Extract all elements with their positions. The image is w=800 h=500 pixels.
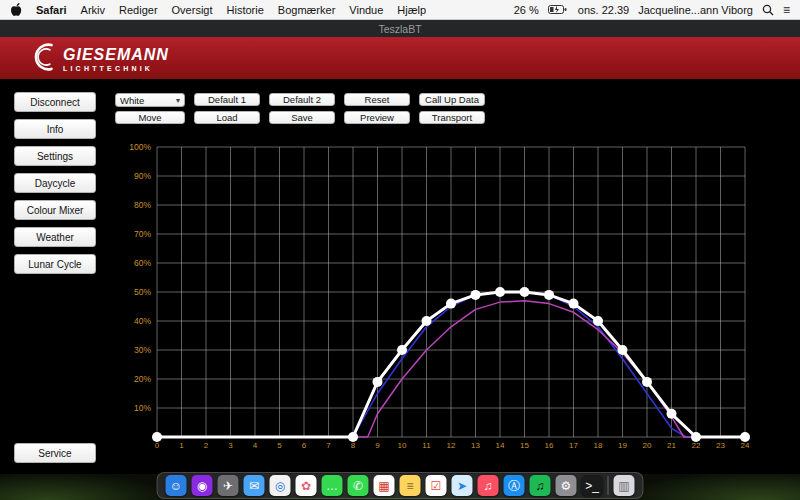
x-axis-label: 6 bbox=[302, 441, 307, 450]
menu-rediger[interactable]: Rediger bbox=[119, 4, 158, 16]
menu-historie[interactable]: Historie bbox=[227, 4, 264, 16]
menu-left: SafariArkivRedigerOversigtHistorieBogmær… bbox=[10, 3, 426, 17]
chart-marker[interactable] bbox=[740, 432, 750, 442]
dock-icon-system-preferences-icon[interactable]: ⚙ bbox=[556, 475, 577, 496]
y-axis-label: 50% bbox=[134, 287, 151, 297]
x-axis-label: 16 bbox=[545, 441, 554, 450]
y-axis-label: 40% bbox=[134, 316, 151, 326]
dock-icon-safari-icon[interactable]: ◎ bbox=[270, 475, 291, 496]
dock-icon-siri-icon[interactable]: ◉ bbox=[192, 475, 213, 496]
clock-label[interactable]: ons. 22.39 bbox=[578, 4, 629, 16]
chart-marker[interactable] bbox=[348, 432, 358, 442]
x-axis-label: 11 bbox=[422, 441, 431, 450]
dock-icon-app-store-icon[interactable]: Ⓐ bbox=[504, 475, 525, 496]
menu-arkiv[interactable]: Arkiv bbox=[81, 4, 105, 16]
x-axis-label: 5 bbox=[277, 441, 282, 450]
y-axis-label: 60% bbox=[134, 258, 151, 268]
dock: ☺◉✈✉◎✿…✆▦≡☑➤♫Ⓐ♫⚙>_▥ bbox=[157, 472, 644, 499]
notification-center-icon[interactable]: ≡ bbox=[783, 3, 790, 17]
dock-icon-finder-icon[interactable]: ☺ bbox=[166, 475, 187, 496]
apple-menu-icon[interactable] bbox=[10, 3, 22, 17]
y-axis-label: 30% bbox=[134, 345, 151, 355]
dock-icon-terminal-icon[interactable]: >_ bbox=[582, 475, 603, 496]
battery-percent-label: 26 % bbox=[514, 4, 539, 16]
dock-icon-spotify-icon[interactable]: ♫ bbox=[530, 475, 551, 496]
dock-icon-launchpad-icon[interactable]: ✈ bbox=[218, 475, 239, 496]
chart-marker[interactable] bbox=[691, 432, 701, 442]
x-axis-label: 20 bbox=[643, 441, 652, 450]
menu-items: SafariArkivRedigerOversigtHistorieBogmær… bbox=[36, 4, 426, 16]
spotlight-search-icon[interactable] bbox=[762, 4, 774, 16]
chart-marker[interactable] bbox=[495, 287, 505, 297]
menu-safari[interactable]: Safari bbox=[36, 4, 67, 16]
chart-marker[interactable] bbox=[569, 299, 579, 309]
menu-hj-lp[interactable]: Hjælp bbox=[397, 4, 426, 16]
x-axis-label: 14 bbox=[496, 441, 505, 450]
chart-marker[interactable] bbox=[520, 287, 530, 297]
daycycle-chart[interactable]: 10%20%30%40%50%60%70%80%90%100%012345678… bbox=[0, 0, 800, 500]
chart-marker[interactable] bbox=[397, 345, 407, 355]
dock-icon-music-icon[interactable]: ♫ bbox=[478, 475, 499, 496]
user-menu-label[interactable]: Jacqueline...ann Viborg bbox=[638, 4, 753, 16]
x-axis-label: 8 bbox=[351, 441, 356, 450]
y-axis-label: 80% bbox=[134, 200, 151, 210]
menu-bar: SafariArkivRedigerOversigtHistorieBogmær… bbox=[0, 0, 800, 20]
x-axis-label: 7 bbox=[326, 441, 331, 450]
x-axis-label: 23 bbox=[716, 441, 725, 450]
menu-bogm-rker[interactable]: Bogmærker bbox=[278, 4, 335, 16]
menu-vindue[interactable]: Vindue bbox=[349, 4, 383, 16]
window-title-bar[interactable]: TeszlaBT bbox=[0, 20, 800, 37]
dock-icon-mail-icon[interactable]: ✉ bbox=[244, 475, 265, 496]
dock-icon-calendar-icon[interactable]: ▦ bbox=[374, 475, 395, 496]
menu-status: 26 % ons. 22.39 Jacqueline...ann Viborg … bbox=[514, 3, 790, 17]
dock-icon-facetime-icon[interactable]: ✆ bbox=[348, 475, 369, 496]
chart-marker[interactable] bbox=[618, 345, 628, 355]
y-axis-label: 90% bbox=[134, 171, 151, 181]
x-axis-label: 18 bbox=[594, 441, 603, 450]
y-axis-label: 70% bbox=[134, 229, 151, 239]
dock-icon-reminders-icon[interactable]: ☑ bbox=[426, 475, 447, 496]
x-axis-label: 24 bbox=[741, 441, 750, 450]
chart-marker[interactable] bbox=[446, 299, 456, 309]
y-axis-label: 20% bbox=[134, 374, 151, 384]
dock-icon-maps-icon[interactable]: ➤ bbox=[452, 475, 473, 496]
x-axis-label: 2 bbox=[204, 441, 209, 450]
chart-marker[interactable] bbox=[544, 290, 554, 300]
x-axis-label: 1 bbox=[179, 441, 184, 450]
chart-marker[interactable] bbox=[422, 316, 432, 326]
x-axis-label: 22 bbox=[692, 441, 701, 450]
dock-icon-notes-icon[interactable]: ≡ bbox=[400, 475, 421, 496]
x-axis-label: 0 bbox=[155, 441, 160, 450]
window-title: TeszlaBT bbox=[378, 23, 421, 35]
x-axis-label: 10 bbox=[398, 441, 407, 450]
dock-icon-trash-icon[interactable]: ▥ bbox=[614, 475, 635, 496]
y-axis-label: 10% bbox=[134, 403, 151, 413]
y-axis-label: 100% bbox=[129, 142, 151, 152]
chart-marker[interactable] bbox=[593, 316, 603, 326]
chart-marker[interactable] bbox=[667, 409, 677, 419]
x-axis-label: 19 bbox=[618, 441, 627, 450]
chart-marker[interactable] bbox=[152, 432, 162, 442]
chart-marker[interactable] bbox=[471, 290, 481, 300]
x-axis-label: 13 bbox=[471, 441, 480, 450]
battery-charging-icon[interactable] bbox=[548, 4, 569, 15]
x-axis-label: 17 bbox=[569, 441, 578, 450]
dock-icon-messages-icon[interactable]: … bbox=[322, 475, 343, 496]
x-axis-label: 15 bbox=[520, 441, 529, 450]
dock-icon-photos-icon[interactable]: ✿ bbox=[296, 475, 317, 496]
menu-oversigt[interactable]: Oversigt bbox=[172, 4, 213, 16]
dock-separator bbox=[608, 476, 609, 495]
x-axis-label: 3 bbox=[228, 441, 233, 450]
x-axis-label: 12 bbox=[447, 441, 456, 450]
chart-marker[interactable] bbox=[642, 377, 652, 387]
x-axis-label: 9 bbox=[375, 441, 380, 450]
x-axis-label: 4 bbox=[253, 441, 258, 450]
chart-marker[interactable] bbox=[373, 377, 383, 387]
x-axis-label: 21 bbox=[667, 441, 676, 450]
